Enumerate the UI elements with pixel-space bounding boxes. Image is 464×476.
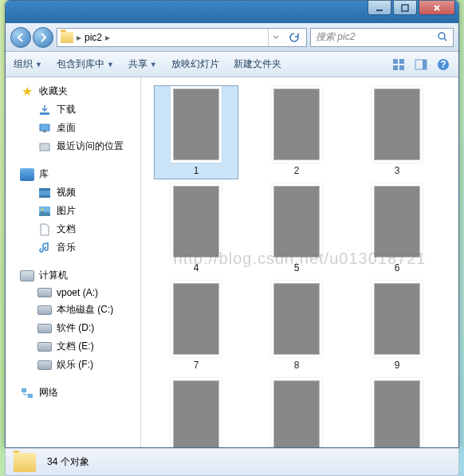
back-button[interactable]	[10, 27, 31, 48]
thumbnail-image	[374, 186, 420, 258]
svg-rect-8	[423, 60, 427, 69]
sidebar-videos[interactable]: 视频	[6, 183, 140, 202]
file-thumbnail[interactable]: 1	[154, 85, 238, 179]
thumbnail-label: 7	[194, 360, 199, 371]
search-input[interactable]: 搜索 pic2	[310, 28, 454, 47]
sidebar-documents[interactable]: 文档	[6, 220, 140, 238]
thumbnail-image	[374, 283, 420, 355]
sidebar-libraries[interactable]: 库	[6, 165, 140, 183]
svg-rect-3	[393, 59, 398, 64]
sidebar-drive[interactable]: vpoet (A:)	[6, 285, 140, 301]
music-icon	[37, 242, 52, 254]
thumbnail-label: 6	[395, 262, 400, 273]
svg-rect-0	[376, 10, 383, 11]
thumbnail-label: 1	[194, 165, 199, 176]
file-thumbnail[interactable]	[355, 377, 439, 447]
search-placeholder: 搜索 pic2	[316, 30, 355, 44]
sidebar-drive[interactable]: 文档 (E:)	[6, 337, 140, 356]
minimize-button[interactable]	[368, 1, 391, 15]
desktop-icon	[37, 122, 52, 135]
sidebar-drive[interactable]: 软件 (D:)	[6, 319, 140, 337]
include-menu[interactable]: 包含到库中▼	[57, 57, 114, 71]
newfolder-button[interactable]: 新建文件夹	[234, 57, 281, 71]
thumbnail-image	[273, 380, 320, 447]
drive-label: vpoet (A:)	[57, 287, 98, 298]
toolbar: 组织▼ 包含到库中▼ 共享▼ 放映幻灯片 新建文件夹 ?	[6, 52, 458, 77]
drive-label: 娱乐 (F:)	[57, 358, 93, 372]
file-thumbnail[interactable]: 6	[355, 183, 439, 277]
maximize-button[interactable]	[393, 1, 417, 15]
file-thumbnail[interactable]: 5	[254, 183, 339, 277]
address-bar[interactable]: ▸ pic2 ▸	[57, 28, 307, 47]
thumbnail-label: 9	[395, 360, 400, 371]
thumbnail-image	[374, 380, 420, 447]
sidebar-favorites[interactable]: ★收藏夹	[6, 82, 140, 100]
svg-rect-14	[40, 144, 49, 151]
svg-rect-11	[40, 112, 49, 115]
folder-icon	[14, 453, 36, 472]
thumbnail-label: 3	[395, 165, 400, 176]
svg-rect-4	[399, 59, 404, 64]
sidebar-drive[interactable]: 本地磁盘 (C:)	[6, 301, 140, 319]
help-button[interactable]: ?	[436, 57, 450, 72]
sidebar-drive[interactable]: 娱乐 (F:)	[6, 356, 140, 374]
titlebar	[6, 1, 458, 23]
svg-rect-16	[39, 188, 50, 191]
svg-text:?: ?	[440, 59, 446, 70]
close-button[interactable]	[419, 1, 455, 15]
svg-rect-5	[393, 65, 398, 70]
forward-button[interactable]	[33, 27, 53, 48]
thumbnail-image	[273, 186, 320, 258]
file-thumbnail[interactable]: 3	[355, 85, 439, 179]
file-thumbnail[interactable]: 7	[154, 280, 238, 374]
drive-icon	[37, 288, 52, 297]
organize-menu[interactable]: 组织▼	[14, 57, 42, 71]
file-grid[interactable]: http://blog.csdn.net/u013018721 12345678…	[141, 77, 458, 447]
file-thumbnail[interactable]	[254, 377, 339, 447]
sidebar-music[interactable]: 音乐	[6, 238, 140, 257]
file-thumbnail[interactable]: 4	[154, 183, 238, 277]
video-icon	[37, 187, 52, 199]
sidebar-computer[interactable]: 计算机	[6, 266, 140, 285]
drive-icon	[37, 305, 52, 315]
drive-icon	[37, 360, 52, 370]
sidebar-recent[interactable]: 最近访问的位置	[6, 137, 140, 155]
status-count: 34 个对象	[47, 455, 89, 469]
thumbnail-label: 2	[294, 165, 300, 176]
preview-pane-button[interactable]	[414, 57, 428, 72]
download-icon	[37, 104, 52, 116]
chevron-right-icon: ▸	[77, 32, 81, 43]
thumbnail-image	[173, 380, 219, 447]
picture-icon	[37, 205, 52, 218]
thumbnail-image	[374, 89, 420, 160]
recent-icon	[37, 140, 52, 153]
view-button[interactable]	[391, 57, 406, 72]
drive-label: 软件 (D:)	[57, 321, 94, 335]
svg-rect-13	[43, 131, 46, 132]
file-thumbnail[interactable]: 2	[254, 85, 339, 179]
star-icon: ★	[20, 85, 34, 98]
thumbnail-image	[273, 89, 320, 160]
file-thumbnail[interactable]: 9	[355, 280, 439, 374]
address-folder: pic2	[85, 32, 102, 43]
share-menu[interactable]: 共享▼	[128, 57, 157, 71]
file-thumbnail[interactable]: 8	[254, 280, 339, 374]
svg-rect-12	[40, 124, 49, 131]
thumbnail-image	[173, 283, 219, 355]
slideshow-button[interactable]: 放映幻灯片	[171, 57, 219, 71]
computer-icon	[20, 270, 34, 281]
folder-icon	[61, 32, 73, 43]
file-thumbnail[interactable]	[154, 377, 238, 447]
thumbnail-label: 8	[294, 360, 300, 371]
svg-rect-17	[39, 195, 50, 198]
address-dropdown[interactable]	[268, 29, 282, 46]
svg-rect-20	[22, 388, 26, 392]
chevron-right-icon: ▸	[105, 32, 110, 43]
sidebar-pictures[interactable]: 图片	[6, 202, 140, 220]
sidebar-network[interactable]: 网络	[6, 384, 140, 402]
sidebar-desktop[interactable]: 桌面	[6, 119, 140, 137]
search-icon	[438, 32, 448, 42]
thumbnail-image	[273, 283, 320, 355]
refresh-button[interactable]	[285, 29, 303, 46]
sidebar-downloads[interactable]: 下载	[6, 100, 140, 119]
